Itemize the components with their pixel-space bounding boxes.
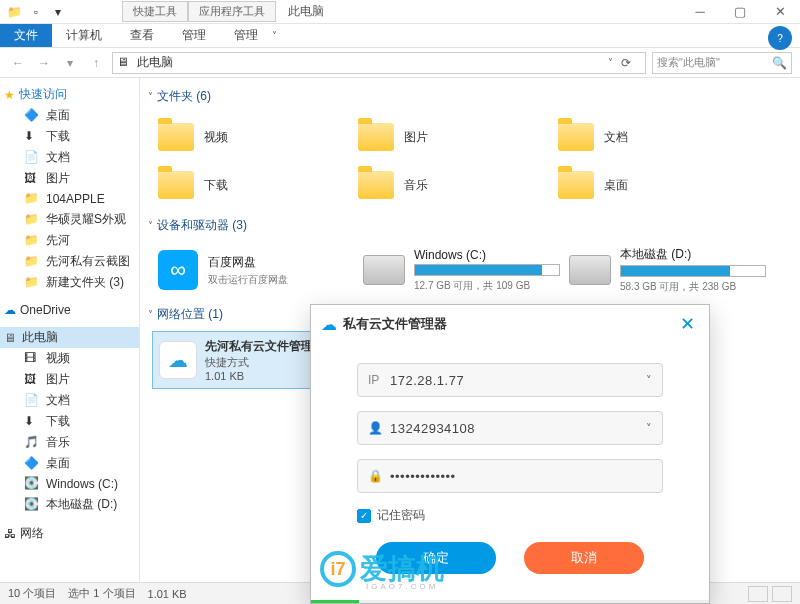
lock-icon: 🔒 <box>368 469 390 483</box>
ribbon-file-tab[interactable]: 文件 <box>0 24 52 47</box>
ctx-tab-shortcut-tools[interactable]: 快捷工具 <box>122 1 188 22</box>
sidebar-item-documents2[interactable]: 📄文档 <box>0 390 139 411</box>
address-bar: ← → ▾ ↑ 🖥 此电脑 ˅ ⟳ 搜索"此电脑" 🔍 <box>0 48 800 78</box>
ip-value: 172.28.1.77 <box>390 373 646 388</box>
sidebar-thispc[interactable]: 🖥此电脑 <box>0 327 139 348</box>
nav-history-icon[interactable]: ▾ <box>60 53 80 73</box>
folder-icon <box>358 171 394 199</box>
sidebar-quick-access[interactable]: ★快速访问 <box>0 84 139 105</box>
minimize-button[interactable]: ─ <box>680 0 720 24</box>
drive-icon <box>363 255 405 285</box>
download-icon: ⬇ <box>24 414 40 430</box>
star-icon: ★ <box>4 88 15 102</box>
sidebar-item-drive-d[interactable]: 💽本地磁盘 (D:) <box>0 494 139 515</box>
dialog-close-icon[interactable]: ✕ <box>675 313 699 335</box>
sidebar-item-screenshots[interactable]: 📁先河私有云截图 <box>0 251 139 272</box>
sidebar-item-newfolder[interactable]: 📁新建文件夹 (3) <box>0 272 139 293</box>
password-field[interactable]: 🔒 ••••••••••••• <box>357 459 663 493</box>
folder-downloads[interactable]: 下载 <box>152 161 352 209</box>
section-devices[interactable]: ˅设备和驱动器 (3) <box>140 213 800 238</box>
folder-icon: 📁 <box>24 212 40 228</box>
address-dropdown-icon[interactable]: ˅ <box>604 57 617 68</box>
sidebar-item-desktop[interactable]: 🔷桌面 <box>0 105 139 126</box>
qat-properties-icon[interactable]: ▫ <box>28 4 44 20</box>
sidebar-network[interactable]: 🖧网络 <box>0 523 139 544</box>
sidebar-item-music[interactable]: 🎵音乐 <box>0 432 139 453</box>
watermark-logo-icon: i7 <box>320 551 356 587</box>
folder-documents[interactable]: 文档 <box>552 113 752 161</box>
sidebar-item-104apple[interactable]: 📁104APPLE <box>0 189 139 209</box>
ctx-tab-app-tools[interactable]: 应用程序工具 <box>188 1 276 22</box>
sidebar-item-pictures2[interactable]: 🖼图片 <box>0 369 139 390</box>
folder-desktop[interactable]: 桌面 <box>552 161 752 209</box>
nav-up-icon[interactable]: ↑ <box>86 53 106 73</box>
ribbon-tab-manage[interactable]: 管理 <box>168 24 220 47</box>
sidebar-item-documents[interactable]: 📄文档 <box>0 147 139 168</box>
ribbon-tab-view[interactable]: 查看 <box>116 24 168 47</box>
dialog-progress <box>311 600 709 603</box>
device-drive-d[interactable]: 本地磁盘 (D:)58.3 GB 可用，共 238 GB <box>564 242 770 298</box>
video-icon: 🎞 <box>24 351 40 367</box>
maximize-button[interactable]: ▢ <box>720 0 760 24</box>
music-icon: 🎵 <box>24 435 40 451</box>
picture-icon: 🖼 <box>24 372 40 388</box>
section-folders[interactable]: ˅文件夹 (6) <box>140 84 800 109</box>
sidebar-item-downloads2[interactable]: ⬇下载 <box>0 411 139 432</box>
device-grid: ∞ 百度网盘双击运行百度网盘 Windows (C:)12.7 GB 可用，共 … <box>140 238 800 302</box>
help-icon[interactable]: ? <box>768 26 792 50</box>
user-icon: 👤 <box>368 421 390 435</box>
ip-field[interactable]: IP 172.28.1.77 ˅ <box>357 363 663 397</box>
refresh-icon[interactable]: ⟳ <box>621 56 641 70</box>
ribbon-expand-icon[interactable]: ˅ <box>272 24 292 47</box>
search-icon[interactable]: 🔍 <box>772 56 787 70</box>
folder-icon: 📁 <box>24 191 40 207</box>
window-title: 此电脑 <box>288 3 324 20</box>
chevron-down-icon[interactable]: ˅ <box>646 422 652 435</box>
picture-icon: 🖼 <box>24 171 40 187</box>
search-box[interactable]: 搜索"此电脑" 🔍 <box>652 52 792 74</box>
network-location-item[interactable]: ☁ 先河私有云文件管理器 快捷方式 1.01 KB <box>152 331 332 389</box>
sidebar-item-asus[interactable]: 📁华硕灵耀S外观 <box>0 209 139 230</box>
folder-pictures[interactable]: 图片 <box>352 113 552 161</box>
checkbox-checked-icon[interactable]: ✓ <box>357 509 371 523</box>
folder-music[interactable]: 音乐 <box>352 161 552 209</box>
ribbon-tab-manage2[interactable]: 管理 <box>220 24 272 47</box>
ip-label: IP <box>368 373 390 387</box>
sidebar-onedrive[interactable]: ☁OneDrive <box>0 301 139 319</box>
device-drive-c[interactable]: Windows (C:)12.7 GB 可用，共 109 GB <box>358 242 564 298</box>
sidebar-item-drive-c[interactable]: 💽Windows (C:) <box>0 474 139 494</box>
sidebar-item-videos[interactable]: 🎞视频 <box>0 348 139 369</box>
capacity-bar <box>414 264 560 276</box>
titlebar: 📁 ▫ ▾ 快捷工具 应用程序工具 此电脑 ─ ▢ ✕ <box>0 0 800 24</box>
nav-forward-icon[interactable]: → <box>34 53 54 73</box>
folder-icon <box>558 171 594 199</box>
quick-access-toolbar: 📁 ▫ ▾ <box>0 4 72 20</box>
sidebar-item-pictures[interactable]: 🖼图片 <box>0 168 139 189</box>
chevron-down-icon[interactable]: ˅ <box>646 374 652 387</box>
nav-back-icon[interactable]: ← <box>8 53 28 73</box>
status-size: 1.01 KB <box>148 588 187 600</box>
ribbon-tab-computer[interactable]: 计算机 <box>52 24 116 47</box>
capacity-bar <box>620 265 766 277</box>
view-details-icon[interactable] <box>748 586 768 602</box>
sidebar-item-downloads[interactable]: ⬇下载 <box>0 126 139 147</box>
sidebar-item-desktop2[interactable]: 🔷桌面 <box>0 453 139 474</box>
user-field[interactable]: 👤 13242934108 ˅ <box>357 411 663 445</box>
folder-icon: 📁 <box>24 275 40 291</box>
search-placeholder: 搜索"此电脑" <box>657 55 772 70</box>
folder-videos[interactable]: 视频 <box>152 113 352 161</box>
sidebar: ★快速访问 🔷桌面 ⬇下载 📄文档 🖼图片 📁104APPLE 📁华硕灵耀S外观… <box>0 78 140 582</box>
qat-dropdown-icon[interactable]: ▾ <box>50 4 66 20</box>
status-item-count: 10 个项目 <box>8 586 56 601</box>
chevron-down-icon: ˅ <box>148 91 153 102</box>
close-button[interactable]: ✕ <box>760 0 800 24</box>
address-box[interactable]: 🖥 此电脑 ˅ ⟳ <box>112 52 646 74</box>
remember-password-row[interactable]: ✓ 记住密码 <box>357 507 663 524</box>
view-tiles-icon[interactable] <box>772 586 792 602</box>
sidebar-item-xianhe[interactable]: 📁先河 <box>0 230 139 251</box>
baidu-icon: ∞ <box>158 250 198 290</box>
cloud-icon: ☁ <box>159 341 197 379</box>
chevron-down-icon: ˅ <box>148 220 153 231</box>
device-baidu[interactable]: ∞ 百度网盘双击运行百度网盘 <box>152 242 358 298</box>
cancel-button[interactable]: 取消 <box>524 542 644 574</box>
